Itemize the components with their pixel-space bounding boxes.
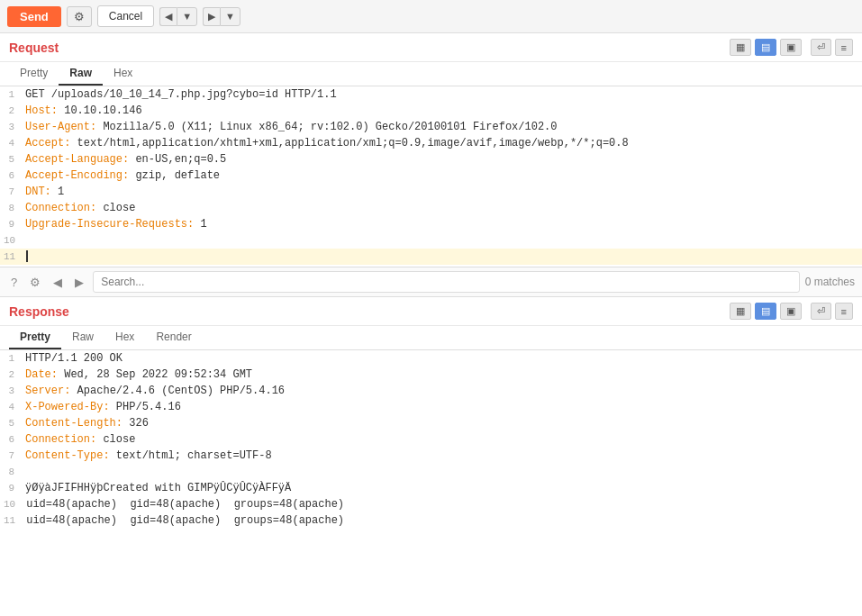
line-content-5: Accept-Language: en-US,en;q=0.5 — [22, 151, 226, 168]
response-section-header: Response ▦ ▤ ▣ ⏎ ≡ — [0, 297, 862, 326]
line-number-7: 7 — [0, 448, 22, 464]
line-content-2: Date: Wed, 28 Sep 2022 09:52:34 GMT — [22, 367, 252, 383]
tab-request-raw[interactable]: Raw — [59, 62, 103, 86]
line-number-3: 3 — [0, 383, 22, 399]
search-help-button[interactable]: ? — [7, 274, 21, 291]
line-number-6: 6 — [0, 431, 22, 448]
line-number-2: 2 — [0, 367, 22, 383]
code-line-1: 1GET /uploads/10_10_14_7.php.jpg?cybo=id… — [0, 86, 862, 103]
code-line-5: 5Accept-Language: en-US,en;q=0.5 — [0, 151, 862, 168]
line-content-11 — [23, 249, 28, 265]
code-line-10: 10uid=48(apache) gid=48(apache) groups=4… — [0, 496, 862, 512]
line-number-7: 7 — [0, 184, 22, 200]
code-line-1: 1HTTP/1.1 200 OK — [0, 350, 862, 367]
line-content-6: Connection: close — [22, 431, 135, 448]
line-content-8: Connection: close — [22, 200, 135, 216]
tab-request-hex[interactable]: Hex — [103, 62, 143, 86]
response-title: Response — [9, 304, 69, 319]
code-line-3: 3Server: Apache/2.4.6 (CentOS) PHP/5.4.1… — [0, 383, 862, 399]
cancel-button[interactable]: Cancel — [97, 5, 154, 27]
code-line-5: 5Content-Length: 326 — [0, 415, 862, 431]
code-line-8: 8 — [0, 464, 862, 480]
code-line-2: 2Host: 10.10.10.146 — [0, 103, 862, 119]
line-content-1: GET /uploads/10_10_14_7.php.jpg?cybo=id … — [22, 86, 337, 103]
code-line-9: 9Upgrade-Insecure-Requests: 1 — [0, 216, 862, 232]
line-number-5: 5 — [0, 151, 22, 168]
nav-prev-dropdown[interactable]: ▼ — [177, 7, 197, 26]
line-content-4: Accept: text/html,application/xhtml+xml,… — [22, 135, 629, 151]
nav-prev-button[interactable]: ◀ — [159, 7, 177, 26]
response-view-btn-block[interactable]: ▣ — [780, 303, 802, 320]
line-content-5: Content-Length: 326 — [22, 415, 149, 431]
line-content-10 — [23, 232, 26, 249]
line-number-10: 10 — [0, 232, 23, 249]
request-view-btn-grid[interactable]: ▦ — [730, 39, 751, 56]
tab-response-pretty[interactable]: Pretty — [9, 326, 61, 349]
tab-response-raw[interactable]: Raw — [61, 326, 104, 349]
line-content-10: uid=48(apache) gid=48(apache) groups=48(… — [23, 496, 344, 512]
line-number-5: 5 — [0, 415, 22, 431]
request-section-header: Request ▦ ▤ ▣ ⏎ ≡ — [0, 33, 862, 62]
search-next-button[interactable]: ▶ — [71, 274, 87, 291]
response-view-btn-grid[interactable]: ▦ — [730, 303, 751, 320]
line-content-2: Host: 10.10.10.146 — [22, 103, 142, 119]
send-button[interactable]: Send — [7, 6, 61, 27]
request-format-btn-newline[interactable]: ⏎ — [811, 39, 831, 56]
line-number-8: 8 — [0, 200, 22, 216]
response-view-btn-list[interactable]: ▤ — [755, 303, 776, 320]
nav-next-group: ▶ ▼ — [203, 7, 240, 26]
line-number-1: 1 — [0, 86, 22, 103]
gear-button[interactable]: ⚙ — [67, 6, 92, 27]
line-content-8 — [22, 464, 25, 480]
line-content-7: DNT: 1 — [22, 184, 64, 200]
code-line-3: 3User-Agent: Mozilla/5.0 (X11; Linux x86… — [0, 119, 862, 135]
request-view-btn-list[interactable]: ▤ — [755, 39, 776, 56]
code-line-4: 4Accept: text/html,application/xhtml+xml… — [0, 135, 862, 151]
tab-response-render[interactable]: Render — [145, 326, 202, 349]
response-tabs: Pretty Raw Hex Render — [0, 326, 862, 350]
line-number-3: 3 — [0, 119, 22, 135]
code-line-2: 2Date: Wed, 28 Sep 2022 09:52:34 GMT — [0, 367, 862, 383]
line-number-10: 10 — [0, 496, 23, 512]
search-settings-button[interactable]: ⚙ — [26, 274, 44, 291]
line-number-1: 1 — [0, 350, 22, 367]
line-content-3: User-Agent: Mozilla/5.0 (X11; Linux x86_… — [22, 119, 558, 135]
response-section: Response ▦ ▤ ▣ ⏎ ≡ Pretty Raw Hex Render… — [0, 297, 862, 529]
line-number-6: 6 — [0, 168, 22, 184]
code-line-7: 7DNT: 1 — [0, 184, 862, 200]
response-code-area: 1HTTP/1.1 200 OK2Date: Wed, 28 Sep 2022 … — [0, 350, 862, 529]
code-line-11: 11 — [0, 249, 862, 265]
line-number-4: 4 — [0, 135, 22, 151]
request-view-btn-block[interactable]: ▣ — [780, 39, 802, 56]
code-line-6: 6Connection: close — [0, 431, 862, 448]
code-line-11: 11uid=48(apache) gid=48(apache) groups=4… — [0, 512, 862, 529]
nav-next-button[interactable]: ▶ — [203, 7, 220, 26]
code-line-4: 4X-Powered-By: PHP/5.4.16 — [0, 399, 862, 415]
search-input[interactable] — [93, 271, 799, 293]
nav-next-dropdown[interactable]: ▼ — [220, 7, 240, 26]
search-prev-button[interactable]: ◀ — [50, 274, 66, 291]
response-format-btn-newline[interactable]: ⏎ — [811, 303, 831, 320]
code-line-9: 9ÿØÿàJFIFHHÿþCreated with GIMPÿÛCÿÛCÿÀFF… — [0, 480, 862, 496]
search-bar: ? ⚙ ◀ ▶ 0 matches — [0, 267, 862, 297]
code-line-7: 7Content-Type: text/html; charset=UTF-8 — [0, 448, 862, 464]
request-format-btn-wrap[interactable]: ≡ — [835, 39, 853, 56]
line-number-8: 8 — [0, 464, 22, 480]
line-content-11: uid=48(apache) gid=48(apache) groups=48(… — [23, 512, 344, 529]
nav-prev-group: ◀ ▼ — [159, 7, 197, 26]
code-line-8: 8Connection: close — [0, 200, 862, 216]
line-content-9: ÿØÿàJFIFHHÿþCreated with GIMPÿÛCÿÛCÿÀFFÿ… — [22, 480, 291, 496]
code-line-10: 10 — [0, 232, 862, 249]
request-title: Request — [9, 41, 59, 55]
tab-response-hex[interactable]: Hex — [104, 326, 145, 349]
matches-label: 0 matches — [805, 276, 855, 288]
code-line-6: 6Accept-Encoding: gzip, deflate — [0, 168, 862, 184]
line-number-11: 11 — [0, 512, 23, 529]
tab-request-pretty[interactable]: Pretty — [9, 62, 59, 86]
request-tabs: Pretty Raw Hex — [0, 62, 862, 86]
line-content-4: X-Powered-By: PHP/5.4.16 — [22, 399, 181, 415]
response-format-btn-wrap[interactable]: ≡ — [835, 303, 853, 320]
request-view-buttons: ▦ ▤ ▣ ⏎ ≡ — [730, 39, 853, 56]
response-view-buttons: ▦ ▤ ▣ ⏎ ≡ — [730, 303, 853, 320]
line-number-4: 4 — [0, 399, 22, 415]
